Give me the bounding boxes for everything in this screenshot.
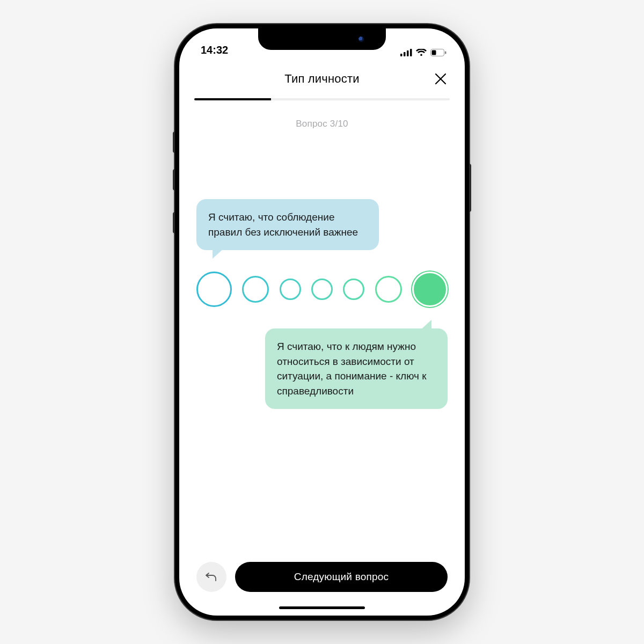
- svg-rect-5: [432, 50, 436, 55]
- next-button-label: Следующий вопрос: [294, 571, 389, 583]
- notch: [258, 28, 386, 50]
- status-right-cluster: [400, 49, 447, 56]
- svg-rect-0: [400, 54, 402, 56]
- screen: 14:32 Тип личности Вопрос 3/10: [179, 28, 465, 616]
- progress-bar: [194, 98, 450, 100]
- progress-fill: [194, 98, 271, 100]
- scale-option-4[interactable]: [311, 279, 333, 300]
- svg-rect-1: [404, 52, 406, 56]
- option-left-bubble: Я считаю, что соблюдение правил без искл…: [196, 199, 379, 250]
- header: Тип личности: [179, 60, 465, 98]
- scale-option-3[interactable]: [280, 279, 301, 300]
- cellular-signal-icon: [400, 49, 412, 56]
- likert-scale: [196, 272, 448, 307]
- scale-option-7[interactable]: [412, 272, 448, 307]
- svg-rect-6: [445, 52, 447, 54]
- option-right-text: Я считаю, что к людям нужно относиться в…: [277, 341, 426, 397]
- svg-rect-2: [407, 50, 409, 56]
- scale-option-1[interactable]: [196, 272, 232, 307]
- close-button[interactable]: [433, 71, 449, 87]
- scale-option-6[interactable]: [375, 276, 402, 303]
- scale-option-5[interactable]: [343, 279, 364, 300]
- question-counter: Вопрос 3/10: [179, 119, 465, 129]
- battery-icon: [430, 49, 447, 56]
- scale-option-2[interactable]: [242, 276, 269, 303]
- footer: Следующий вопрос: [196, 562, 448, 592]
- page-title: Тип личности: [284, 72, 360, 86]
- front-camera-icon: [358, 36, 364, 42]
- back-button[interactable]: [196, 562, 226, 592]
- content-area: Я считаю, что соблюдение правил без искл…: [179, 199, 465, 409]
- status-time: 14:32: [201, 44, 228, 56]
- option-left-text: Я считаю, что соблюдение правил без искл…: [208, 211, 358, 238]
- option-right-bubble: Я считаю, что к людям нужно относиться в…: [265, 328, 448, 409]
- wifi-icon: [416, 49, 427, 56]
- home-indicator[interactable]: [279, 606, 365, 609]
- phone-frame: 14:32 Тип личности Вопрос 3/10: [175, 24, 469, 620]
- next-question-button[interactable]: Следующий вопрос: [235, 562, 448, 592]
- undo-icon: [206, 572, 217, 582]
- svg-rect-3: [410, 49, 412, 56]
- close-icon: [435, 73, 447, 85]
